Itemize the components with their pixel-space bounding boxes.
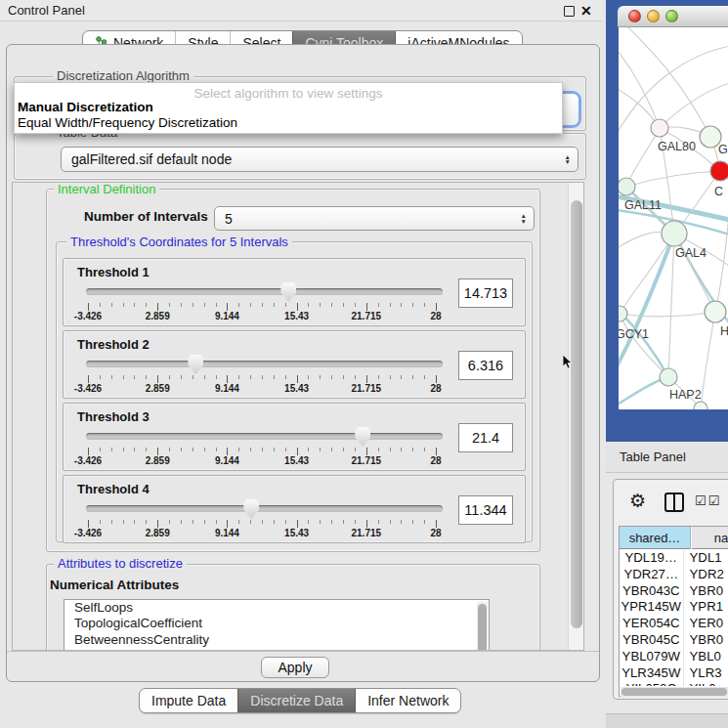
gear-icon[interactable]: ⚙ xyxy=(629,490,646,512)
table-panel-titlebar: Table Panel xyxy=(606,442,728,473)
cell-name[interactable]: YDL1 xyxy=(684,550,728,567)
scrollbar-thumb[interactable] xyxy=(621,688,727,696)
slider-tick-label: 28 xyxy=(430,455,441,466)
apply-button[interactable]: Apply xyxy=(261,657,329,678)
table-row[interactable]: YIL052CYIL0 xyxy=(620,681,728,686)
slider-tick-label: 9.144 xyxy=(215,311,239,321)
algorithm-prompt-item[interactable]: Select algorithm to view settings xyxy=(15,83,562,100)
table-row[interactable]: YBL079WYBL0 xyxy=(620,649,728,665)
cell-name[interactable]: YBR0 xyxy=(684,632,728,649)
table-row[interactable]: YLR345WYLR3 xyxy=(620,665,728,682)
network-node[interactable] xyxy=(694,402,707,409)
column-header-name[interactable]: na xyxy=(692,527,728,549)
cell-shared-name[interactable]: YBL079W xyxy=(620,649,684,665)
numerical-attributes-label: Numerical Attributes xyxy=(50,578,179,592)
cell-shared-name[interactable]: YDR27… xyxy=(620,567,684,583)
table-horizontal-scrollbar[interactable] xyxy=(621,687,728,697)
cell-name[interactable]: YIL0 xyxy=(684,681,728,686)
close-icon[interactable]: ✕ xyxy=(580,3,592,19)
slider-thumb[interactable] xyxy=(280,282,296,302)
slider-major-ticks xyxy=(88,375,438,383)
slider-tick-label: 9.144 xyxy=(215,455,239,466)
scrollbar-thumb[interactable] xyxy=(571,200,582,628)
threshold-2-value-field[interactable] xyxy=(458,351,513,380)
cell-name[interactable]: YER0 xyxy=(684,616,728,632)
slider-tick-label: 28 xyxy=(430,311,441,321)
slider-tick-labels: -3.4262.8599.14415.4321.71528 xyxy=(88,383,437,396)
slider-thumb[interactable] xyxy=(243,499,259,519)
table-data-combobox[interactable]: galFiltered.sif default node ▲▼ xyxy=(61,147,578,172)
checkbox-icons[interactable]: ☑☑ xyxy=(695,493,721,508)
cell-shared-name[interactable]: YBR045C xyxy=(620,632,684,649)
column-split-icon[interactable] xyxy=(664,492,685,513)
table-row[interactable]: YDL19…YDL1 xyxy=(620,550,728,567)
slider-tick-label: -3.426 xyxy=(74,455,102,466)
algorithm-option-manual[interactable]: Manual Discretization xyxy=(15,100,562,115)
traffic-light-close-icon[interactable] xyxy=(628,10,641,22)
cell-shared-name[interactable]: YLR345W xyxy=(620,665,684,682)
network-canvas[interactable]: GAL80GACGAL11GAL4GCY1HHAP2 xyxy=(619,27,728,409)
traffic-light-minimize-icon[interactable] xyxy=(647,10,660,22)
cell-name[interactable]: YLR3 xyxy=(684,665,728,682)
cell-name[interactable]: YDR2 xyxy=(684,567,728,583)
cell-name[interactable]: YBR0 xyxy=(684,583,728,600)
settings-vertical-scrollbar[interactable] xyxy=(568,183,584,650)
number-of-intervals-label: Number of Intervals xyxy=(84,209,208,224)
numerical-attributes-list[interactable]: SelfLoopsTopologicalCoefficientBetweenne… xyxy=(64,599,490,651)
algorithm-option-equal-width[interactable]: Equal Width/Frequency Discretization xyxy=(15,115,562,131)
slider-track[interactable] xyxy=(86,505,443,512)
tab-impute-data[interactable]: Impute Data xyxy=(140,689,237,712)
slider-major-ticks xyxy=(88,520,438,528)
table-row[interactable]: YPR145WYPR1 xyxy=(620,599,728,616)
settings-scroll-viewport: Interval Definition Number of Intervals … xyxy=(12,182,584,651)
slider-thumb[interactable] xyxy=(188,355,203,374)
tab-discretize-data[interactable]: Discretize Data xyxy=(237,689,355,712)
threshold-4-value-field[interactable] xyxy=(458,495,513,525)
interval-definition-group-label: Interval Definition xyxy=(54,183,159,196)
cell-shared-name[interactable]: YBR043C xyxy=(620,583,684,600)
network-node[interactable] xyxy=(619,178,635,195)
cell-name[interactable]: YBL0 xyxy=(684,649,728,665)
slider-tick-labels: -3.4262.8599.14415.4321.71528 xyxy=(88,528,437,540)
slider-thumb[interactable] xyxy=(355,427,370,447)
attribute-list-item[interactable]: BetweennessCentrality xyxy=(64,632,489,648)
cell-shared-name[interactable]: YDL19… xyxy=(620,550,684,567)
float-window-icon[interactable] xyxy=(564,6,575,17)
combo-stepper-icon: ▲▼ xyxy=(521,213,534,224)
attribute-list-item[interactable]: SelfLoops xyxy=(64,600,489,616)
network-node[interactable] xyxy=(660,368,677,386)
cell-shared-name[interactable]: YPR145W xyxy=(620,599,684,616)
traffic-light-zoom-icon[interactable] xyxy=(665,10,678,22)
scrollbar-thumb[interactable] xyxy=(478,604,487,651)
table-row[interactable]: YDR27…YDR2 xyxy=(620,567,728,583)
table-row[interactable]: YBR045CYBR0 xyxy=(620,632,728,649)
slider-tick-label: 15.43 xyxy=(284,383,309,394)
slider-track[interactable] xyxy=(86,433,443,440)
threshold-3-label: Threshold 3 xyxy=(77,409,150,424)
threshold-1-value-field[interactable] xyxy=(458,278,513,308)
slider-track[interactable] xyxy=(86,288,443,295)
node-attribute-table[interactable]: shared… na YDL19…YDL1YDR27…YDR2YBR043CYB… xyxy=(619,526,728,697)
cell-shared-name[interactable]: YIL052C xyxy=(620,681,684,686)
table-row[interactable]: YER054CYER0 xyxy=(620,616,728,632)
attributes-scrollbar[interactable] xyxy=(477,602,488,651)
tab-infer-network[interactable]: Infer Network xyxy=(355,689,460,712)
network-node[interactable] xyxy=(705,301,726,322)
slider-major-ticks xyxy=(88,303,438,311)
slider-track[interactable] xyxy=(86,361,443,367)
cell-shared-name[interactable]: YER054C xyxy=(620,616,684,632)
network-node[interactable] xyxy=(662,221,687,246)
threshold-3-value-field[interactable] xyxy=(458,423,513,452)
table-row[interactable]: YBR043CYBR0 xyxy=(620,583,728,600)
slider-tick-label: 2.859 xyxy=(146,311,170,321)
number-of-intervals-combobox[interactable]: 5 ▲▼ xyxy=(214,206,535,231)
algorithm-dropdown-popup: Select algorithm to view settings Manual… xyxy=(14,82,563,134)
column-header-shared-name[interactable]: shared… xyxy=(620,527,691,549)
table-data-selected: galFiltered.sif default node xyxy=(71,151,232,167)
table-panel-title: Table Panel xyxy=(606,450,686,464)
attribute-list-item[interactable]: TopologicalCoefficient xyxy=(64,616,489,631)
cell-name[interactable]: YPR1 xyxy=(684,599,728,616)
network-node[interactable] xyxy=(651,119,668,137)
network-node[interactable] xyxy=(710,161,728,181)
slider-tick-labels: -3.4262.8599.14415.4321.71528 xyxy=(88,311,437,323)
